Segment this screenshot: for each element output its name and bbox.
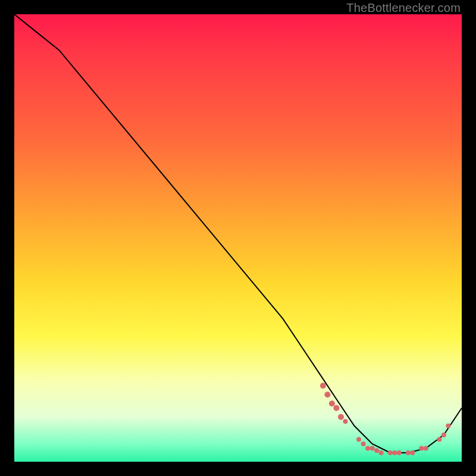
- data-point-marker: [338, 414, 344, 420]
- data-point-marker: [397, 450, 402, 455]
- data-point-marker: [446, 424, 450, 428]
- gradient-plot-area: [14, 14, 462, 462]
- data-point-marker: [356, 437, 361, 441]
- data-point-marker: [324, 392, 330, 397]
- data-point-marker: [410, 450, 415, 455]
- chart-frame: TheBottlenecker.com: [0, 0, 476, 476]
- data-point-marker: [361, 441, 366, 446]
- curve-overlay: [14, 14, 462, 462]
- data-point-marker: [379, 450, 384, 455]
- data-point-marker: [437, 437, 441, 441]
- data-point-marker: [441, 433, 446, 437]
- data-point-marker: [343, 419, 348, 424]
- data-point-marker: [329, 400, 335, 406]
- data-point-marker: [374, 448, 379, 453]
- data-point-marker: [320, 383, 326, 389]
- data-point-marker: [365, 446, 370, 450]
- data-point-marker: [388, 450, 393, 455]
- data-point-marker: [370, 446, 375, 450]
- bottleneck-curve: [14, 14, 462, 453]
- data-point-marker: [419, 446, 424, 450]
- attribution-text: TheBottlenecker.com: [346, 1, 461, 15]
- data-point-marker: [392, 450, 397, 455]
- data-point-marker: [424, 446, 428, 450]
- data-point-marker: [333, 405, 339, 411]
- data-point-marker: [406, 450, 411, 455]
